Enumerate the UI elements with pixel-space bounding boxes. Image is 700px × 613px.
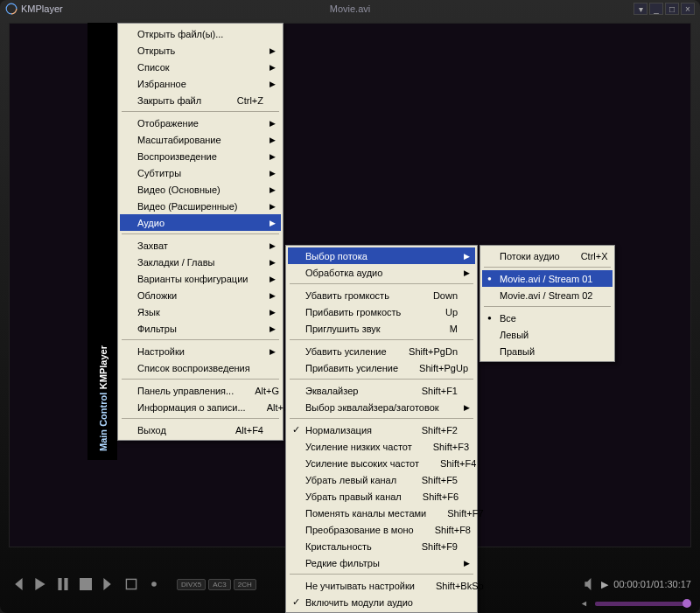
menu-item-label: Информация о записи... xyxy=(137,402,246,413)
play-button[interactable] xyxy=(32,575,49,593)
menu-shortcut: Shift+F7 xyxy=(426,508,483,519)
menu-item[interactable]: Приглушить звукM xyxy=(288,320,475,337)
menu-item[interactable]: Панель управления...Alt+G xyxy=(120,382,281,399)
menu-item[interactable]: Обработка аудио▶ xyxy=(288,264,475,281)
submenu-arrow-icon: ▶ xyxy=(270,136,276,144)
menu-item-label: Варианты конфигурации xyxy=(137,274,248,284)
menu-item[interactable]: ВыходAlt+F4 xyxy=(120,421,281,438)
extra1-button[interactable] xyxy=(122,575,140,593)
menu-item[interactable]: Усиление высоких частотShift+F4 xyxy=(288,455,475,471)
app-logo: KMPlayer xyxy=(5,3,63,15)
menu-item-label: Кристальность xyxy=(305,541,372,552)
menu-item[interactable]: Аудио▶ xyxy=(120,214,281,231)
menu-separator xyxy=(122,379,279,380)
menu-item[interactable]: Левый xyxy=(482,326,612,343)
menu-item[interactable]: Movie.avi / Stream 01 xyxy=(482,270,612,287)
menu-shortcut: Alt+F4 xyxy=(214,425,263,435)
menu-item[interactable]: Видео (Расширенные)▶ xyxy=(120,198,281,214)
menu-item[interactable]: Обложки▶ xyxy=(120,287,281,303)
next-button[interactable] xyxy=(100,575,117,593)
menu-separator xyxy=(290,339,473,340)
menu-shortcut: Shift+F9 xyxy=(401,541,458,552)
submenu-audio: Выбор потока▶Обработка аудио▶Убавить гро… xyxy=(285,245,478,613)
menu-item[interactable]: Убрать левый каналShift+F5 xyxy=(288,471,475,488)
volume-min-icon: ◄ xyxy=(580,599,588,608)
menu-item-label: Усиление высоких частот xyxy=(305,458,419,469)
submenu-arrow-icon: ▶ xyxy=(270,169,276,178)
menu-item[interactable]: Убавить усилениеShift+PgDn xyxy=(288,343,475,359)
menu-item[interactable]: Выбор эквалайзера/заготовок▶ xyxy=(288,399,475,415)
menu-item-label: Выбор потока xyxy=(305,251,368,261)
menu-item[interactable]: Видео (Основные)▶ xyxy=(120,181,281,198)
menu-item[interactable]: Правый xyxy=(482,343,612,359)
menu-item[interactable]: Список воспроизведения xyxy=(120,359,281,376)
menu-item[interactable]: КристальностьShift+F9 xyxy=(288,538,475,554)
submenu-arrow-icon: ▶ xyxy=(270,241,276,250)
menu-item[interactable]: Усиление низких частотShift+F3 xyxy=(288,438,475,455)
prev-button[interactable] xyxy=(9,575,26,593)
menu-item[interactable]: НормализацияShift+F2 xyxy=(288,421,475,438)
menu-item[interactable]: Отображение▶ xyxy=(120,115,281,131)
menu-item-label: Усиление низких частот xyxy=(305,442,412,452)
menu-item[interactable]: Закладки / Главы▶ xyxy=(120,254,281,270)
pause-button[interactable] xyxy=(54,575,72,593)
time-current: 00:00:01 xyxy=(613,579,651,589)
menu-item[interactable]: Выбор потока▶ xyxy=(288,247,475,264)
menu-item[interactable]: Преобразование в моноShift+F8 xyxy=(288,521,475,538)
volume-slider[interactable] xyxy=(595,602,691,606)
menu-item[interactable]: ЭквалайзерShift+F1 xyxy=(288,382,475,399)
menu-item[interactable]: Воспроизведение▶ xyxy=(120,148,281,164)
minimize-button[interactable]: _ xyxy=(649,3,663,15)
menu-item[interactable]: Потоки аудиоCtrl+X xyxy=(482,247,612,264)
menu-item-label: Убавить усиление xyxy=(305,346,387,357)
menu-item[interactable]: Прибавить усилениеShift+PgUp xyxy=(288,359,475,376)
submenu-arrow-icon: ▶ xyxy=(270,202,276,211)
menu-item[interactable]: Информация о записи...Alt+J xyxy=(120,399,281,415)
menu-item[interactable]: Масштабирование▶ xyxy=(120,131,281,148)
svg-point-4 xyxy=(151,582,157,587)
menu-separator xyxy=(122,111,279,112)
menu-shortcut: Ctrl+Z xyxy=(216,95,263,106)
menu-item[interactable]: Все xyxy=(482,310,612,326)
close-button[interactable]: × xyxy=(681,3,695,15)
menu-item[interactable]: Варианты конфигурации▶ xyxy=(120,270,281,287)
menu-item[interactable]: Открыть▶ xyxy=(120,42,281,59)
menu-shortcut: Shift+PgUp xyxy=(398,363,468,373)
menu-item[interactable]: Захват▶ xyxy=(120,237,281,254)
maximize-button[interactable]: □ xyxy=(665,3,679,15)
menu-item-label: Убрать левый канал xyxy=(305,475,396,485)
app-name: KMPlayer xyxy=(21,3,63,14)
menu-item[interactable]: Список▶ xyxy=(120,59,281,75)
menu-item[interactable]: Movie.avi / Stream 02 xyxy=(482,287,612,303)
submenu-stream-select: Потоки аудиоCtrl+XMovie.avi / Stream 01M… xyxy=(480,245,615,362)
codec-badge: 2CH xyxy=(234,579,256,590)
menu-item-label: Прибавить громкость xyxy=(305,307,401,317)
codec-badges: DIVX5 AC3 2CH xyxy=(177,579,256,590)
menu-item[interactable]: Поменять каналы местамиShift+F7 xyxy=(288,505,475,521)
menu-item[interactable]: Субтитры▶ xyxy=(120,164,281,181)
menu-item-label: Обработка аудио xyxy=(305,268,382,278)
menu-item[interactable]: Убавить громкостьDown xyxy=(288,287,475,303)
menu-item[interactable]: Избранное▶ xyxy=(120,75,281,92)
menu-item[interactable]: Настройки▶ xyxy=(120,343,281,359)
menu-item-label: Закладки / Главы xyxy=(137,257,214,268)
menu-item-label: Избранное xyxy=(137,79,186,89)
extra2-button[interactable] xyxy=(145,575,163,593)
submenu-arrow-icon: ▶ xyxy=(270,152,276,161)
tray-button[interactable]: ▾ xyxy=(634,3,648,15)
menu-item[interactable]: Открыть файл(ы)... xyxy=(120,25,281,42)
menu-item-label: Обложки xyxy=(137,290,177,301)
menu-item[interactable]: Язык▶ xyxy=(120,303,281,320)
menu-item[interactable]: Убрать правый каналShift+F6 xyxy=(288,488,475,505)
menu-item-label: Масштабирование xyxy=(137,135,221,145)
menu-shortcut: Up xyxy=(424,307,458,317)
menu-item-label: Потоки аудио xyxy=(500,251,560,261)
menu-item[interactable]: Закрыть файлCtrl+Z xyxy=(120,92,281,108)
context-menu-main: Открыть файл(ы)...Открыть▶Список▶Избранн… xyxy=(117,23,284,441)
submenu-arrow-icon: ▶ xyxy=(270,275,276,283)
menu-item[interactable]: Прибавить громкостьUp xyxy=(288,303,475,320)
menu-item[interactable]: Фильтры▶ xyxy=(120,320,281,337)
menu-item-label: Воспроизведение xyxy=(137,151,217,162)
stop-button[interactable] xyxy=(77,575,94,593)
submenu-arrow-icon: ▶ xyxy=(464,403,470,412)
